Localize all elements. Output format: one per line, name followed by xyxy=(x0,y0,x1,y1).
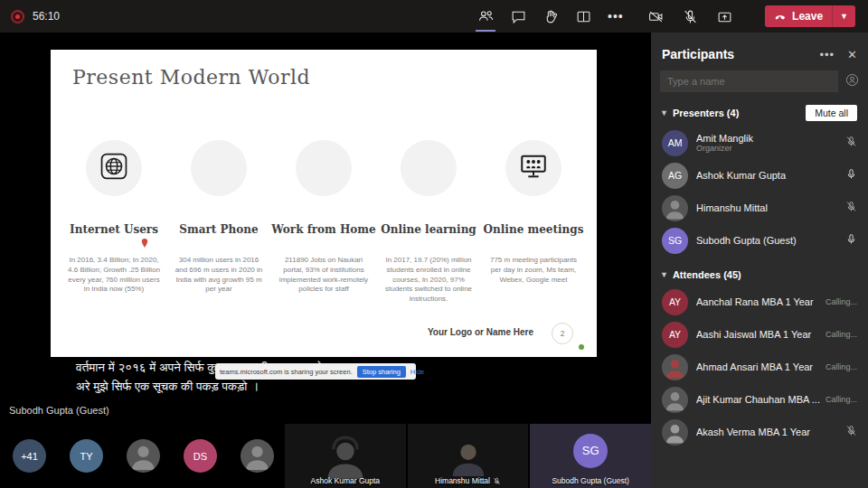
column-body: 211890 Jobs on Naukari portal, 93% of in… xyxy=(277,256,371,295)
participants-panel: Participants ••• ✕ ▼ Presenters (4) Mute… xyxy=(651,33,868,488)
chat-button[interactable] xyxy=(510,8,526,24)
hide-banner-button[interactable]: Hide xyxy=(410,368,424,376)
participant-avatar[interactable] xyxy=(241,439,274,473)
column-heading: Online meetings xyxy=(484,223,584,236)
share-banner-text: teams.microsoft.com is sharing your scre… xyxy=(220,368,353,376)
participant-status: Calling... xyxy=(826,395,857,404)
participant-search-input[interactable] xyxy=(660,70,838,92)
participant-row[interactable]: Himanshu Mittal xyxy=(651,192,868,224)
recording-icon xyxy=(11,10,24,23)
hangup-icon xyxy=(774,10,787,23)
slide-columns: Internet Users In 2016, 3.4 Billion; In … xyxy=(61,140,586,305)
participant-avatar[interactable]: TY xyxy=(70,439,103,473)
column-heading: Work from Home xyxy=(271,223,375,236)
mic-on-icon[interactable] xyxy=(845,167,857,183)
leave-button[interactable]: Leave ▼ xyxy=(765,5,855,27)
overflow-participants-badge[interactable]: +41 xyxy=(13,439,46,473)
shared-screen-stage: Present Modern World Internet Users In 2… xyxy=(0,33,651,488)
raise-hand-button[interactable] xyxy=(542,8,559,24)
participant-name: Akash Verma MBA 1 Year xyxy=(696,427,842,437)
column-body: In 2016, 3.4 Billion; In 2020, 4.6 Billi… xyxy=(67,256,161,295)
participant-status: Calling... xyxy=(826,297,857,306)
mic-toggle-icon[interactable] xyxy=(682,8,698,24)
presenters-section-header[interactable]: ▼ Presenters (4) Mute all xyxy=(651,92,868,127)
participant-role: Organizer xyxy=(696,144,842,153)
slide-column-online-meetings: Online meetings 775 m meeting participan… xyxy=(481,140,586,305)
participant-name: Amit Manglik xyxy=(696,133,842,144)
slide-column-online-learning: Online learning In 2017, 19.7 (20%) mill… xyxy=(376,140,481,305)
participant-name: Ahmad Ansari MBA 1 Year xyxy=(696,361,822,372)
participant-row[interactable]: AY Aashi Jaiswal MBA 1 Year Calling... xyxy=(651,318,868,351)
tile-name-label: Himanshu Mittal xyxy=(435,476,490,485)
slide-page-number: 2 xyxy=(552,323,573,344)
presenter-pointer-icon xyxy=(141,235,148,244)
meeting-icon xyxy=(518,151,549,185)
slide-column-internet-users: Internet Users In 2016, 3.4 Billion; In … xyxy=(61,140,166,305)
participant-name: Ashok Kumar Gupta xyxy=(696,170,842,181)
presentation-slide: Present Modern World Internet Users In 2… xyxy=(51,50,597,357)
video-tile[interactable]: Himanshu Mittal xyxy=(408,424,529,488)
mic-muted-icon[interactable] xyxy=(845,424,857,440)
participant-name: Himanshu Mittal xyxy=(696,202,842,213)
video-tile[interactable]: Ashok Kumar Gupta xyxy=(285,424,406,488)
participant-avatar[interactable] xyxy=(127,439,160,473)
participant-avatar: SG xyxy=(662,228,688,254)
participant-row[interactable]: Ajit Kumar Chauhan MBA ... Calling... xyxy=(651,383,868,416)
participant-avatar xyxy=(662,419,688,446)
leave-options-chevron-icon[interactable]: ▼ xyxy=(833,12,855,21)
camera-toggle-icon[interactable] xyxy=(647,8,664,24)
screen-share-banner: teams.microsoft.com is sharing your scre… xyxy=(215,363,416,380)
mic-on-icon[interactable] xyxy=(845,232,857,249)
slide-footer-text: Your Logo or Name Here xyxy=(428,327,533,337)
participant-row[interactable]: Ahmad Ansari MBA 1 Year Calling... xyxy=(651,351,868,383)
breakout-rooms-button[interactable] xyxy=(575,8,591,24)
attendees-section-header[interactable]: ▼ Attendees (45) xyxy=(651,257,868,286)
slide-column-smart-phone: Smart Phone 304 million users in 2016 an… xyxy=(166,140,271,305)
participant-status: Calling... xyxy=(826,362,857,371)
participant-avatar[interactable]: DS xyxy=(184,439,217,473)
participant-avatar: AY xyxy=(662,322,688,348)
chevron-down-icon: ▼ xyxy=(660,270,668,279)
caption-line: अरे मुझे सिर्फ एक सूचक की पकड़ पकड़ो । xyxy=(76,377,456,396)
participant-row[interactable]: Akash Verma MBA 1 Year xyxy=(651,416,868,448)
participant-row[interactable]: AM Amit Manglik Organizer xyxy=(651,127,868,159)
more-actions-button[interactable]: ••• xyxy=(608,9,624,23)
participant-row[interactable]: AG Ashok Kumar Gupta xyxy=(651,159,868,192)
tile-name-label: Ashok Kumar Gupta xyxy=(285,476,406,485)
video-tile-strip: Ashok Kumar Gupta Himanshu Mittal SG Sub… xyxy=(285,424,651,488)
mic-muted-icon xyxy=(493,477,501,485)
column-body: 304 million users in 2016 and 696 m user… xyxy=(172,256,266,295)
panel-more-button[interactable]: ••• xyxy=(819,48,835,61)
panel-close-button[interactable]: ✕ xyxy=(847,48,857,61)
active-speaker-label: Subodh Gupta (Guest) xyxy=(9,405,109,416)
participant-name: Subodh Gupta (Guest) xyxy=(696,235,842,246)
slide-title: Present Modern World xyxy=(72,66,310,89)
share-screen-button[interactable] xyxy=(716,8,732,24)
slide-green-dot xyxy=(579,344,584,350)
mic-muted-icon[interactable] xyxy=(845,200,857,216)
participant-name: Ajit Kumar Chauhan MBA ... xyxy=(696,394,822,405)
mic-muted-icon[interactable] xyxy=(845,135,857,151)
column-body: 775 m meeting participants per day in zo… xyxy=(486,256,580,285)
participant-avatar: SG xyxy=(573,434,608,468)
participant-row[interactable]: SG Subodh Gupta (Guest) xyxy=(651,224,868,257)
panel-title: Participants xyxy=(662,47,819,61)
stop-sharing-button[interactable]: Stop sharing xyxy=(357,366,406,378)
column-heading: Internet Users xyxy=(70,223,158,236)
participants-toggle-button[interactable] xyxy=(477,8,494,24)
column-body: In 2017, 19.7 (20%) million students enr… xyxy=(382,256,476,305)
globe-icon xyxy=(99,151,129,185)
participant-avatar xyxy=(662,195,688,221)
meeting-top-bar: 56:10 ••• Leave ▼ xyxy=(0,0,868,33)
chevron-down-icon: ▼ xyxy=(660,108,668,117)
participant-avatar xyxy=(662,354,688,380)
participant-row[interactable]: AY Aanchal Rana MBA 1 Year Calling... xyxy=(651,286,868,318)
video-tile[interactable]: SG Subodh Gupta (Guest) xyxy=(530,424,651,488)
column-heading: Online learning xyxy=(381,223,476,236)
participant-status: Calling... xyxy=(826,330,857,339)
mute-all-button[interactable]: Mute all xyxy=(806,105,857,121)
participant-avatar xyxy=(662,387,688,413)
participant-name: Aanchal Rana MBA 1 Year xyxy=(696,296,822,307)
slide-column-work-from-home: Work from Home 211890 Jobs on Naukari po… xyxy=(271,140,376,305)
add-participant-icon[interactable] xyxy=(845,73,859,90)
